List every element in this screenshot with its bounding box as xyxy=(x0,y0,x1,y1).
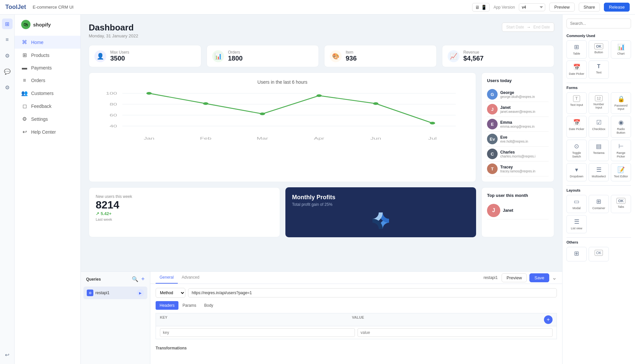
sidebar-item-home[interactable]: ⌘ Home xyxy=(15,36,80,49)
divider-forms xyxy=(566,83,631,83)
query-panel: Queries 🔍 + ⚙ restapi1 ▶ General Advance… xyxy=(81,271,562,364)
query-preview-button[interactable]: Preview xyxy=(502,273,527,282)
user-email-george: george.bluth@reqres.in xyxy=(500,95,535,99)
search-queries-icon[interactable]: 🔍 xyxy=(132,276,138,282)
header-key-input[interactable] xyxy=(160,328,355,337)
headers-table-header: KEY VALUE + xyxy=(156,313,557,326)
widget-modal[interactable]: ▭ Modal xyxy=(566,195,587,213)
subtab-body[interactable]: Body xyxy=(200,301,217,310)
sidebar-item-products[interactable]: ⊞ Products xyxy=(15,49,80,62)
button-widget-label: Button xyxy=(594,51,603,54)
widget-text-editor[interactable]: 📝 Text Editor xyxy=(611,163,631,181)
user-avatar-charles: C xyxy=(487,149,498,159)
layouts-title: Layouts xyxy=(566,188,631,192)
nav-plugins-icon[interactable]: ⚙ xyxy=(2,50,13,61)
widget-table[interactable]: ⊞ Table xyxy=(566,40,587,59)
widget-textarea[interactable]: ▤ Textarea xyxy=(589,140,609,161)
preview-button[interactable]: Preview xyxy=(549,3,574,12)
users-today-title: Users today xyxy=(487,78,549,83)
widget-other-1[interactable]: ⊞ xyxy=(566,247,587,261)
stat-card-max-users: 👤 Max Users 3500 xyxy=(89,45,201,67)
widget-chart[interactable]: 📊 Chart xyxy=(611,40,631,59)
widget-other-2[interactable]: OK xyxy=(589,247,609,261)
url-input[interactable] xyxy=(188,288,557,297)
svg-text:Mar: Mar xyxy=(257,137,269,140)
sidebar-item-orders[interactable]: ≡ Orders xyxy=(15,74,80,87)
sidebar-item-label-payments: Payments xyxy=(31,65,52,70)
table-widget-icon: ⊞ xyxy=(574,43,579,51)
widget-date-picker-form[interactable]: 📅 Date Picker xyxy=(566,116,587,138)
checkbox-icon: ☑ xyxy=(596,119,602,126)
user-item-charles: C Charles charles.morris@reqres.i xyxy=(487,147,549,161)
user-email-eve: eve.holt@reqres.in xyxy=(500,140,528,143)
widget-button[interactable]: OK Button xyxy=(589,40,609,59)
nav-comments-icon[interactable]: 💬 xyxy=(2,66,13,77)
release-button[interactable]: Release xyxy=(604,3,630,12)
stat-card-item: 🎨 Item 936 xyxy=(324,45,437,67)
nav-settings-icon[interactable]: ⚙ xyxy=(2,82,13,93)
widget-date-picker[interactable]: 📅 Date Picker xyxy=(566,61,587,79)
sidebar-item-label-customers: Customers xyxy=(31,91,54,96)
version-select[interactable]: v4 v3 v2 xyxy=(519,3,545,11)
device-toggle[interactable]: 🖥 📱 xyxy=(472,3,490,12)
user-item-tracey: T Tracey tracey.ramos@reqres.in xyxy=(487,161,549,176)
sidebar-item-label-orders: Orders xyxy=(31,78,45,83)
widget-search-input[interactable] xyxy=(566,19,631,28)
widget-multiselect[interactable]: ☰ Multiselect xyxy=(589,163,609,181)
nav-pages-icon[interactable]: ⊞ xyxy=(2,19,13,29)
last-week-label: Last week xyxy=(96,217,273,221)
desktop-icon[interactable]: 🖥 xyxy=(475,5,480,10)
query-tab-advanced[interactable]: Advanced xyxy=(178,272,203,284)
text-editor-label: Text Editor xyxy=(614,175,628,178)
query-expand-button[interactable]: ⌄ xyxy=(552,273,557,282)
sidebar-brand-name: shopify xyxy=(33,22,51,27)
widget-range-picker[interactable]: ⊢ Range Picker xyxy=(611,140,631,161)
widget-container[interactable]: ⊞ Container xyxy=(589,195,609,213)
widget-toggle-switch[interactable]: ⊙ Toggle Switch xyxy=(566,140,587,161)
method-select[interactable]: Method GET POST PUT DELETE xyxy=(156,288,185,298)
share-button[interactable]: Share xyxy=(579,3,600,12)
query-run-button[interactable]: ▶ xyxy=(137,289,144,296)
sidebar-item-payments[interactable]: ▬ Payments xyxy=(15,62,80,74)
new-users-label: New users this week xyxy=(96,194,273,199)
revenue-stat-label: Revenue xyxy=(464,50,484,55)
subtab-params[interactable]: Params xyxy=(178,301,200,310)
right-panel: Commonly Used ⊞ Table OK Button 📊 Chart … xyxy=(562,15,635,364)
dropdown-label: Dropdown xyxy=(570,175,583,178)
svg-text:100: 100 xyxy=(106,92,117,95)
widget-password-input[interactable]: 🔒 Password Input xyxy=(611,92,631,114)
widget-checkbox[interactable]: ☑ Checkbox xyxy=(589,116,609,138)
sidebar-item-label-feedback: Feedback xyxy=(31,104,51,109)
dropdown-icon: ▾ xyxy=(575,166,578,173)
start-date[interactable]: Start Date xyxy=(506,25,524,29)
nav-data-icon[interactable]: ≡ xyxy=(2,34,13,45)
header-value-input[interactable] xyxy=(358,328,553,337)
widget-number-input[interactable]: 12 Number Input xyxy=(589,92,609,114)
widget-list-view[interactable]: ☰ List view xyxy=(566,215,587,233)
end-date[interactable]: End Date xyxy=(533,25,550,29)
date-range[interactable]: Start Date → End Date xyxy=(502,23,554,32)
sidebar-item-settings[interactable]: ⚙ Settings xyxy=(15,113,80,125)
subtab-headers[interactable]: Headers xyxy=(156,301,178,310)
query-save-button[interactable]: Save xyxy=(529,273,549,282)
nav-preview-icon[interactable]: ↩ xyxy=(2,349,13,360)
other-widgets: ⊞ OK xyxy=(566,247,631,261)
sidebar-item-customers[interactable]: 👥 Customers xyxy=(15,87,80,100)
toggle-switch-label: Toggle Switch xyxy=(568,151,585,159)
query-item-restapi1[interactable]: ⚙ restapi1 ▶ xyxy=(83,287,147,299)
widget-text-input[interactable]: T Text Input xyxy=(566,92,587,114)
user-email-charles: charles.morris@reqres.i xyxy=(500,155,535,158)
modal-icon: ▭ xyxy=(574,198,579,205)
widget-dropdown[interactable]: ▾ Dropdown xyxy=(566,163,587,181)
widget-text[interactable]: T Text xyxy=(589,61,609,79)
query-tab-general[interactable]: General xyxy=(156,272,178,284)
widget-tabs[interactable]: OK Tabs xyxy=(611,195,631,213)
mobile-icon[interactable]: 📱 xyxy=(481,5,487,10)
user-name-george: George xyxy=(500,90,535,95)
add-query-icon[interactable]: + xyxy=(141,276,145,283)
widget-radio-button[interactable]: ◉ Radio Button xyxy=(611,116,631,138)
orders-stat-icon: 📊 xyxy=(212,50,224,62)
add-header-button[interactable]: + xyxy=(544,315,553,324)
sidebar-item-feedback[interactable]: ◻ Feedback xyxy=(15,100,80,113)
sidebar-item-help[interactable]: ↩ Help Center xyxy=(15,125,80,138)
